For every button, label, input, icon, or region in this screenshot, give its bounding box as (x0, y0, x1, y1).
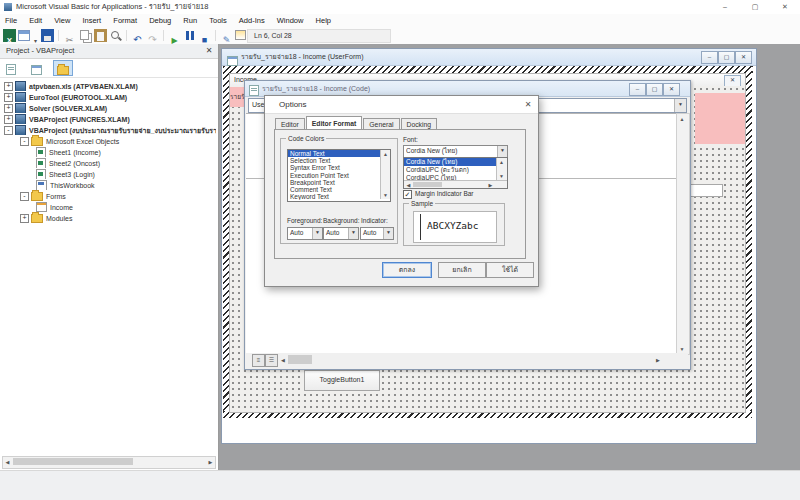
scroll-down-icon[interactable]: ▼ (497, 173, 506, 179)
font-list-hscrollbar[interactable]: ◀ ▶ (404, 180, 507, 188)
code-close-icon[interactable]: ✕ (663, 83, 680, 96)
designer-maximize-icon[interactable]: ▢ (718, 51, 735, 64)
code-vscrollbar[interactable]: ▲ ▼ (676, 113, 690, 355)
run-icon[interactable] (168, 29, 181, 42)
full-module-view-icon[interactable]: ☰ (265, 354, 278, 367)
designer-close-icon[interactable]: ✕ (735, 51, 752, 64)
break-icon[interactable] (183, 29, 196, 42)
list-item[interactable]: Breakpoint Text (288, 179, 390, 186)
expander-icon[interactable]: - (4, 126, 13, 135)
list-item[interactable]: Keyword Text (288, 193, 390, 200)
menu-help[interactable]: Help (311, 14, 336, 27)
menu-window[interactable]: Window (272, 14, 309, 27)
scroll-right-icon[interactable]: ▶ (487, 182, 494, 188)
code-colors-listbox[interactable]: Normal Text Selection Text Syntax Error … (287, 149, 391, 202)
scroll-left-icon[interactable]: ◀ (405, 182, 412, 188)
tree-item-sheet3[interactable]: Sheet3 (Login) (2, 168, 216, 179)
scroll-up-icon[interactable]: ▲ (497, 159, 506, 165)
combo-arrow-icon[interactable]: ▼ (383, 228, 393, 239)
view-excel-icon[interactable] (3, 29, 16, 42)
design-mode-icon[interactable] (220, 29, 233, 42)
view-code-icon[interactable] (2, 61, 20, 75)
tree-item-funcres[interactable]: +VBAProject (FUNCRES.XLAM) (2, 113, 216, 124)
scroll-right-icon[interactable]: ▶ (207, 459, 214, 465)
expander-icon[interactable]: - (20, 192, 29, 201)
hscroll-thumb[interactable] (288, 355, 312, 364)
scroll-right-icon[interactable]: ▶ (654, 357, 662, 363)
paste-icon[interactable] (94, 29, 107, 42)
list-item[interactable]: Execution Point Text (288, 172, 390, 179)
menu-debug[interactable]: Debug (144, 14, 176, 27)
undo-icon[interactable] (131, 29, 144, 42)
scroll-down-icon[interactable]: ▼ (677, 346, 687, 352)
hscroll-thumb[interactable] (13, 458, 133, 465)
font-option[interactable]: Cordia New (ไทย) (404, 158, 497, 166)
menu-addins[interactable]: Add-Ins (234, 14, 270, 27)
ok-button[interactable]: ตกลง (382, 262, 432, 278)
expander-icon[interactable]: + (4, 93, 13, 102)
tree-item-excel-objects[interactable]: -Microsoft Excel Objects (2, 135, 216, 146)
scroll-left-icon[interactable]: ◀ (4, 459, 11, 465)
font-option[interactable]: CordiaUPC (ตะวันตก) (404, 166, 497, 174)
hscroll-thumb[interactable] (413, 182, 442, 187)
save-icon[interactable] (41, 29, 54, 42)
panel-hscrollbar[interactable]: ◀ ▶ (2, 456, 216, 469)
list-item[interactable]: Selection Text (288, 157, 390, 164)
project-panel-header[interactable]: Project - VBAProject ✕ (0, 44, 218, 59)
tree-item-eurotool[interactable]: +EuroTool (EUROTOOL.XLAM) (2, 91, 216, 102)
redo-icon[interactable] (146, 29, 159, 42)
cancel-button[interactable]: ยกเลิก (438, 262, 486, 278)
margin-indicator-checkbox[interactable]: ✓ (403, 190, 412, 199)
panel-close-icon[interactable]: ✕ (202, 44, 216, 58)
expander-icon[interactable]: + (4, 115, 13, 124)
view-object-icon[interactable] (27, 61, 45, 75)
font-list-vscrollbar[interactable]: ▲ ▼ (496, 158, 507, 180)
font-dropdown-list[interactable]: Cordia New (ไทย) CordiaUPC (ตะวันตก) Cor… (403, 157, 508, 189)
list-item[interactable]: Normal Text (288, 150, 390, 157)
project-explorer-icon[interactable] (235, 30, 246, 40)
list-item[interactable]: Syntax Error Text (288, 164, 390, 171)
pink-header-block[interactable] (695, 93, 745, 144)
apply-button[interactable]: ใช้ได้ (486, 262, 534, 278)
menu-file[interactable]: File (0, 14, 22, 27)
tree-item-sheet1[interactable]: Sheet1 (Income) (2, 146, 216, 157)
toggle-folders-icon[interactable] (53, 60, 73, 76)
designer-titlebar[interactable]: รายรับ_รายจ่าย18 - Income (UserForm) – ▢… (222, 49, 756, 66)
scroll-up-icon[interactable]: ▲ (381, 151, 390, 157)
code-minimize-icon[interactable]: – (629, 83, 646, 96)
menu-edit[interactable]: Edit (24, 14, 47, 27)
insert-dropdown-icon[interactable] (32, 29, 39, 42)
tree-item-vbaproject[interactable]: -VBAProject (งบประมาณรายรับรายจ่าย_งบประ… (2, 124, 216, 135)
copy-icon[interactable] (80, 30, 89, 40)
find-icon[interactable] (109, 29, 122, 42)
combo-arrow-icon[interactable]: ▼ (312, 228, 322, 239)
scroll-down-icon[interactable]: ▼ (381, 192, 390, 198)
code-maximize-icon[interactable]: ▢ (646, 83, 663, 96)
foreground-combo[interactable]: Auto▼ (287, 227, 323, 240)
close-icon[interactable]: ✕ (772, 0, 798, 14)
tree-item-sheet2[interactable]: Sheet2 (Oncost) (2, 157, 216, 168)
toggle-button[interactable]: ToggleButton1 (304, 370, 380, 391)
tree-item-forms[interactable]: -Forms (2, 190, 216, 201)
procedure-view-icon[interactable]: ≡ (252, 354, 265, 367)
minimize-icon[interactable]: – (712, 0, 738, 14)
menu-view[interactable]: View (49, 14, 75, 27)
menu-insert[interactable]: Insert (77, 14, 106, 27)
expander-icon[interactable]: - (20, 137, 29, 146)
stop-icon[interactable] (198, 29, 211, 42)
indicator-combo[interactable]: Auto▼ (360, 227, 394, 240)
scroll-left-icon[interactable]: ◀ (279, 357, 287, 363)
tree-item-solver[interactable]: +Solver (SOLVER.XLAM) (2, 102, 216, 113)
list-item[interactable]: Comment Text (288, 186, 390, 193)
list-vscrollbar[interactable]: ▲ ▼ (380, 150, 390, 199)
background-combo[interactable]: Auto▼ (323, 227, 359, 240)
expander-icon[interactable]: + (4, 104, 13, 113)
tree-item-modules[interactable]: +Modules (2, 212, 216, 223)
form-selection-border-top[interactable] (223, 66, 753, 73)
scroll-up-icon[interactable]: ▲ (677, 116, 687, 122)
designer-minimize-icon[interactable]: – (701, 51, 718, 64)
cut-icon[interactable] (63, 29, 76, 42)
menu-tools[interactable]: Tools (204, 14, 232, 27)
menu-run[interactable]: Run (178, 14, 202, 27)
expander-icon[interactable]: + (20, 214, 29, 223)
